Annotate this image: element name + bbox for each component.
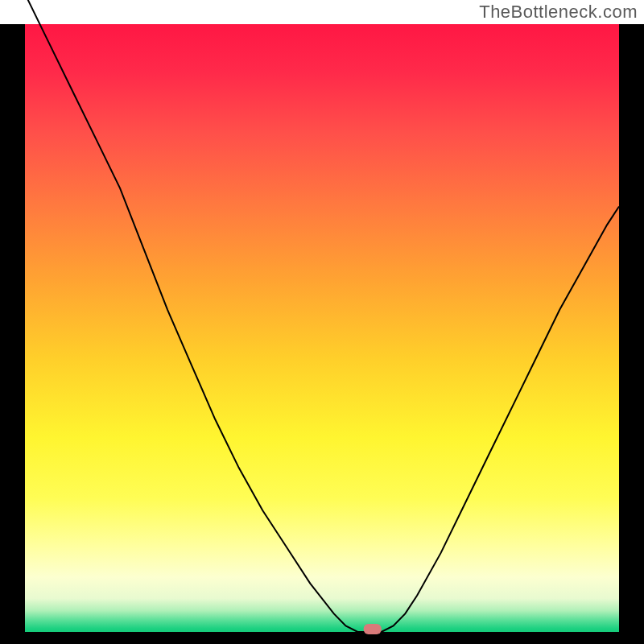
optimal-marker <box>364 624 382 634</box>
frame-bottom <box>0 632 644 644</box>
frame-left <box>0 24 25 644</box>
watermark-text: TheBottleneck.com <box>479 2 638 23</box>
bottleneck-chart <box>0 0 644 644</box>
frame-right <box>619 24 644 644</box>
gradient-background <box>25 24 619 632</box>
